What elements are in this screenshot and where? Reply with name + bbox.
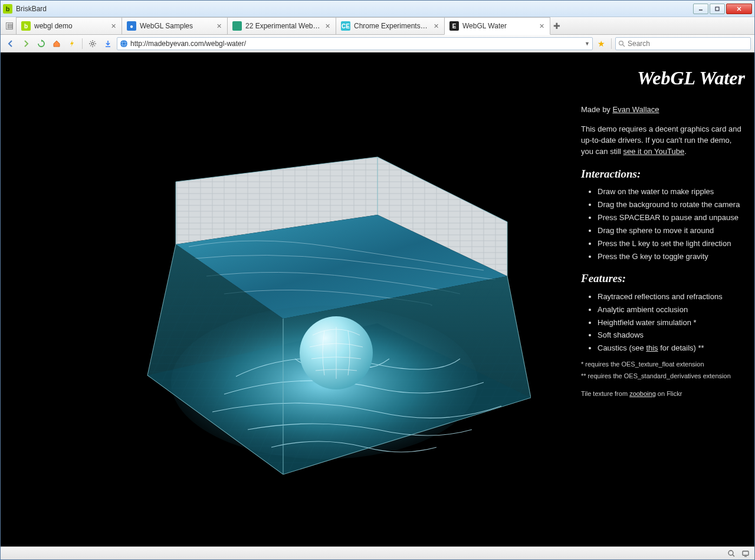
settings-button[interactable] — [86, 37, 99, 50]
titlebar: b BriskBard — [1, 1, 754, 17]
features-heading: Features: — [581, 270, 745, 287]
list-item: Press the G key to toggle gravity — [598, 251, 745, 263]
youtube-link[interactable]: see it on YouTube — [623, 147, 685, 156]
bookmark-star-icon[interactable]: ★ — [595, 39, 608, 48]
tab-favicon: E — [449, 21, 459, 31]
svg-point-14 — [120, 40, 127, 47]
address-bar[interactable]: ▼ — [117, 37, 593, 50]
new-tab-left[interactable]: ▤ — [3, 17, 16, 34]
tab-close-icon[interactable]: ✕ — [538, 22, 545, 30]
svg-line-9 — [90, 41, 91, 42]
svg-point-27 — [728, 551, 733, 555]
tab-3[interactable]: CE Chrome Experiments - We… ✕ — [336, 17, 445, 34]
add-tab-button[interactable]: ✚ — [550, 17, 564, 34]
svg-line-10 — [94, 45, 95, 45]
list-item: Press SPACEBAR to pause and unpause — [598, 212, 745, 224]
tab-bar: ▤ b webgl demo ✕ ● WebGL Samples ✕ 22 Ex… — [1, 17, 754, 35]
svg-point-4 — [91, 42, 94, 45]
search-icon — [618, 40, 625, 47]
flash-icon[interactable] — [65, 37, 78, 50]
credit: Tile texture from zooboing on Flickr — [581, 389, 745, 399]
list-item: Drag the background to rotate the camera — [598, 199, 745, 211]
svg-line-12 — [94, 41, 95, 42]
interactions-heading: Interactions: — [581, 166, 745, 182]
globe-icon — [120, 40, 128, 48]
toolbar-separator — [611, 38, 612, 49]
tab-favicon — [232, 21, 242, 31]
caustics-link[interactable]: this — [646, 343, 658, 352]
tab-close-icon[interactable]: ✕ — [110, 22, 117, 30]
webgl-canvas[interactable] — [1, 53, 577, 546]
tab-label: WebGL Samples — [140, 22, 212, 30]
browser-window: b BriskBard ▤ b webgl demo ✕ ● WebGL Sam… — [0, 0, 755, 560]
tab-2[interactable]: 22 Experimental WebGL D… ✕ — [227, 17, 336, 34]
list-item: Raytraced reflections and refractions — [598, 292, 745, 303]
page-info-panel: WebGL Water Made by Evan Wallace This de… — [577, 53, 754, 546]
byline: Made by Evan Wallace — [581, 104, 745, 116]
list-item: Draw on the water to make ripples — [598, 186, 745, 198]
status-bar — [1, 546, 754, 559]
home-button[interactable] — [50, 37, 63, 50]
address-dropdown[interactable]: ▼ — [585, 41, 590, 47]
list-item: Press the L key to set the light directi… — [598, 238, 745, 250]
search-input[interactable] — [628, 40, 748, 48]
toolbar: ▼ ★ — [1, 35, 754, 53]
reload-button[interactable] — [35, 37, 48, 50]
svg-point-17 — [619, 41, 623, 45]
maximize-button[interactable] — [710, 4, 725, 14]
list-item: Drag the sphere to move it around — [598, 225, 745, 237]
tab-favicon: b — [21, 21, 31, 31]
page-title: WebGL Water — [581, 64, 745, 91]
close-button[interactable] — [726, 4, 752, 14]
svg-line-18 — [623, 45, 625, 47]
tab-close-icon[interactable]: ✕ — [215, 22, 222, 30]
tab-close-icon[interactable]: ✕ — [432, 22, 439, 30]
status-screen-icon[interactable] — [741, 549, 750, 558]
back-button[interactable] — [4, 37, 17, 50]
list-item: Caustics (see this for details) ** — [598, 343, 745, 354]
tab-label: Chrome Experiments - We… — [354, 22, 429, 30]
interactions-list: Draw on the water to make ripplesDrag th… — [581, 186, 745, 262]
tab-1[interactable]: ● WebGL Samples ✕ — [122, 17, 228, 34]
tab-4[interactable]: E WebGL Water ✕ — [444, 17, 550, 35]
minimize-button[interactable] — [693, 4, 708, 14]
url-input[interactable] — [130, 40, 582, 48]
tab-favicon: ● — [127, 21, 136, 31]
svg-line-11 — [90, 45, 91, 45]
status-zoom-icon[interactable] — [727, 549, 736, 558]
footnote-2: ** requires the OES_standard_derivatives… — [581, 372, 745, 381]
tab-0[interactable]: b webgl demo ✕ — [16, 17, 122, 34]
window-title: BriskBard — [16, 5, 693, 13]
tab-label: webgl demo — [34, 22, 106, 30]
svg-rect-29 — [743, 551, 749, 555]
credit-link[interactable]: zooboing — [629, 390, 656, 397]
tab-favicon: CE — [341, 21, 350, 31]
list-item: Soft shadows — [598, 330, 745, 341]
forward-button[interactable] — [19, 37, 32, 50]
list-item: Heightfield water simulation * — [598, 317, 745, 329]
footnote-1: * requires the OES_texture_float extensi… — [581, 360, 745, 369]
app-icon: b — [3, 4, 12, 14]
tab-close-icon[interactable]: ✕ — [324, 22, 331, 30]
svg-line-28 — [733, 555, 734, 556]
svg-rect-1 — [715, 7, 719, 11]
features-list: Raytraced reflections and refractionsAna… — [581, 292, 745, 354]
toolbar-separator — [82, 38, 83, 49]
description: This demo requires a decent graphics car… — [581, 124, 745, 158]
download-button[interactable] — [101, 37, 114, 50]
page-content: WebGL Water Made by Evan Wallace This de… — [1, 53, 754, 546]
author-link[interactable]: Evan Wallace — [612, 105, 659, 114]
search-box[interactable] — [615, 37, 751, 50]
window-controls — [693, 4, 752, 14]
tab-label: 22 Experimental WebGL D… — [245, 22, 320, 30]
tab-label: WebGL Water — [462, 22, 534, 30]
list-item: Analytic ambient occlusion — [598, 304, 745, 316]
